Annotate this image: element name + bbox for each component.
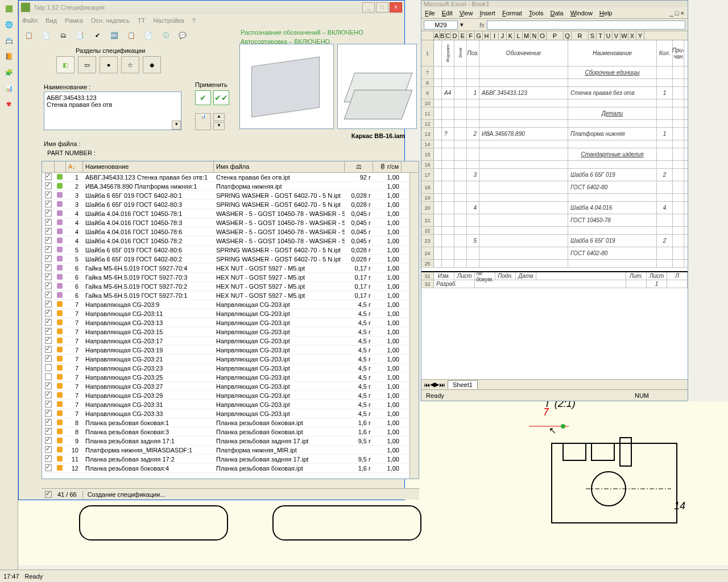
tool-icon[interactable]: ⓘ	[159, 28, 172, 42]
tab-nav-next[interactable]: ▶	[435, 381, 439, 388]
row-checkbox[interactable]	[45, 310, 52, 317]
row-checkbox[interactable]	[45, 182, 52, 189]
menu-item[interactable]: Файл	[22, 17, 38, 24]
tool-icon[interactable]: 🔤	[107, 28, 121, 42]
table-row[interactable]: 3 Шайба 6 65Г 019 ГОСТ 6402-80:1 SPRING …	[42, 191, 419, 200]
parts-grid[interactable]: А↓ Наименование Имя файла ⚖ 🛢 г/см 1 АБВ…	[42, 161, 419, 479]
tab-nav-prev[interactable]: ◀	[430, 381, 435, 388]
spec-row[interactable]: 12	[421, 120, 688, 128]
cell-reference-input[interactable]	[424, 20, 458, 30]
menu-item[interactable]: Window	[570, 10, 593, 16]
table-row[interactable]: 8 Планка резьбовая боковая:1 Планка резь…	[42, 418, 419, 427]
table-row[interactable]: 7 Направляющая CG-203:27 Напрвляющая CG-…	[42, 382, 419, 391]
row-checkbox[interactable]	[45, 246, 52, 253]
row-checkbox[interactable]	[45, 383, 52, 389]
row-checkbox[interactable]	[45, 210, 52, 217]
maximize-button[interactable]: □	[376, 2, 388, 13]
table-row[interactable]: 4 Шайба 4.04.016 ГОСТ 10450-78:3 WASHER …	[42, 218, 419, 227]
row-checkbox[interactable]	[45, 392, 52, 398]
tool-small-button[interactable]: 📊	[195, 113, 211, 130]
spec-row[interactable]: 25	[421, 260, 688, 268]
row-checkbox[interactable]	[45, 173, 52, 180]
restore-button[interactable]: _ □ ×	[670, 10, 684, 16]
row-checkbox[interactable]	[45, 292, 52, 298]
apply-all-button[interactable]: ✔✔	[213, 90, 229, 105]
row-checkbox[interactable]	[45, 282, 52, 289]
row-checkbox[interactable]	[45, 201, 52, 207]
table-row[interactable]: 4 Шайба 4.04.016 ГОСТ 10450-78:2 WASHER …	[42, 236, 419, 246]
app-icon[interactable]: 📇	[3, 34, 15, 47]
apply-one-button[interactable]: ✔	[195, 90, 211, 105]
spec-row[interactable]: 11 Детали	[421, 107, 688, 120]
tool-icon[interactable]: ✔	[90, 28, 104, 42]
table-row[interactable]: 11 Планка резьбовая задняя 17:2 Планка р…	[42, 455, 419, 464]
menu-item[interactable]: Осн. надпись	[91, 17, 130, 24]
tab-nav-last[interactable]: ⏭	[439, 381, 445, 388]
table-row[interactable]: 7 Направляющая CG-203:19 Напрвляющая CG-…	[42, 346, 419, 355]
tool-icon[interactable]: 📑	[73, 28, 87, 42]
menu-item[interactable]: Insert	[479, 10, 495, 16]
toggle-checkbox[interactable]	[45, 491, 52, 498]
excel-titlebar[interactable]: Microsoft Excel - Book1	[421, 1, 688, 7]
menu-item[interactable]: Вид	[46, 17, 57, 24]
row-checkbox[interactable]	[45, 373, 52, 380]
table-row[interactable]: 7 Направляющая CG-203:33 Напрвляющая CG-…	[42, 409, 419, 418]
row-checkbox[interactable]	[45, 419, 52, 426]
spec-row[interactable]: 18 ГОСТ 6402-80	[421, 181, 688, 194]
close-button[interactable]: ×	[390, 2, 402, 13]
table-row[interactable]: 4 Шайба 4.04.016 ГОСТ 10450-78:6 WASHER …	[42, 227, 419, 236]
row-checkbox[interactable]	[45, 319, 52, 326]
spec-row[interactable]: 21 ГОСТ 10450-78	[421, 214, 688, 227]
name-input[interactable]: АБВГ.345433.123 Стенка правая без отв ▾	[44, 92, 181, 130]
menu-item[interactable]: File	[425, 10, 435, 16]
row-checkbox[interactable]	[45, 355, 52, 362]
row-checkbox[interactable]	[45, 410, 52, 417]
formula-bar[interactable]	[487, 20, 685, 30]
spec-row[interactable]: 17 3 Шайба 6 65Г 019 2	[421, 169, 688, 181]
row-checkbox[interactable]	[45, 364, 52, 371]
shape-star-button[interactable]: ☆	[121, 56, 139, 73]
app-icon[interactable]: 🌐	[3, 18, 15, 31]
row-checkbox[interactable]	[45, 237, 52, 244]
tool-icon[interactable]: 📋	[125, 28, 138, 42]
row-checkbox[interactable]	[45, 446, 52, 453]
table-row[interactable]: 7 Направляющая CG-203:21 Напрвляющая CG-…	[42, 355, 419, 364]
row-checkbox[interactable]	[45, 328, 52, 335]
titlebar[interactable]: Taip 1.52 Спецификация _ □ ×	[19, 1, 404, 14]
shape-box-button[interactable]: ▭	[78, 56, 96, 73]
row-checkbox[interactable]	[45, 401, 52, 408]
table-row[interactable]: 10 Платформа нижняя_MIRASDASDF:1 Платфор…	[42, 446, 419, 455]
spec-row[interactable]: 15 Стандартные изделия	[421, 148, 688, 161]
spec-row[interactable]: 9 А4 1 АБВГ.345433.123 Стенка правая без…	[421, 87, 688, 99]
table-row[interactable]: 6 Гайка M5-6H.5.019 ГОСТ 5927-70:1 HEX N…	[42, 291, 419, 300]
table-row[interactable]: 7 Направляющая CG-203:25 Напрвляющая CG-…	[42, 373, 419, 382]
minimize-button[interactable]: _	[362, 2, 375, 13]
table-row[interactable]: 6 Гайка M5-6H.5.019 ГОСТ 5927-70:2 HEX N…	[42, 282, 419, 291]
row-checkbox[interactable]	[45, 264, 52, 271]
menu-item[interactable]: Настройка	[153, 17, 184, 24]
table-row[interactable]: 6 Гайка M5-6H.5.019 ГОСТ 5927-70:4 HEX N…	[42, 264, 419, 273]
row-checkbox[interactable]	[45, 301, 52, 307]
sheet-tab[interactable]: Sheet1	[448, 380, 478, 389]
dropdown-icon[interactable]: ▾	[172, 120, 181, 130]
app-icon[interactable]: ✾	[3, 98, 15, 110]
spec-row[interactable]: 8	[421, 79, 688, 87]
table-row[interactable]: 4 Шайба 4.04.016 ГОСТ 10450-78:1 WASHER …	[42, 209, 419, 218]
row-checkbox[interactable]	[45, 337, 52, 344]
table-row[interactable]: 7 Направляющая CG-203:17 Напрвляющая CG-…	[42, 336, 419, 346]
shape-circle-button[interactable]: ●	[100, 56, 118, 73]
app-icon[interactable]: 📙	[3, 50, 15, 63]
table-row[interactable]: 5 Шайба 6 65Г 019 ГОСТ 6402-80:6 SPRING …	[42, 246, 419, 255]
tool-icon[interactable]: 📋	[22, 28, 36, 42]
table-row[interactable]: 1 АБВГ.345433.123 Стенка правая без отв:…	[42, 173, 419, 182]
table-row[interactable]: 2 ИВА.345678.890 Платформа нижняя:1 Плат…	[42, 182, 419, 191]
table-row[interactable]: 8 Планка резьбовая боковая:3 Планка резь…	[42, 427, 419, 436]
menu-item[interactable]: Format	[502, 10, 522, 16]
spec-row[interactable]: 19	[421, 194, 688, 202]
menu-item[interactable]: ТТ	[138, 17, 145, 24]
row-checkbox[interactable]	[45, 455, 52, 462]
row-checkbox[interactable]	[45, 255, 52, 262]
scrollbar[interactable]	[410, 173, 419, 479]
row-checkbox[interactable]	[45, 464, 52, 471]
move-down-button[interactable]: ▼	[213, 122, 225, 130]
